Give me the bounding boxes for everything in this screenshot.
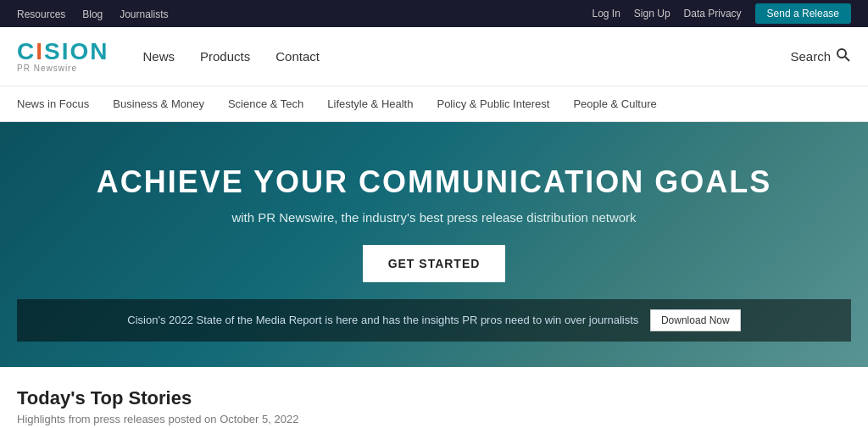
hero-bottom-text: Cision's 2022 State of the Media Report … bbox=[127, 314, 638, 326]
nav-links: News Products Contact bbox=[142, 49, 790, 64]
main-nav: CISION PR Newswire News Products Contact… bbox=[0, 27, 868, 86]
stories-subtitle: Highlights from press releases posted on… bbox=[17, 413, 851, 428]
search-label: Search bbox=[790, 49, 831, 64]
logo-subtitle: PR Newswire bbox=[17, 64, 108, 73]
hero-subtext: with PR Newswire, the industry's best pr… bbox=[17, 210, 851, 225]
login-link[interactable]: Log In bbox=[592, 8, 620, 19]
stories-title: Today's Top Stories bbox=[17, 387, 851, 409]
logo-text: CISION bbox=[17, 40, 108, 64]
search-button[interactable]: Search bbox=[790, 47, 851, 65]
get-started-button[interactable]: GET STARTED bbox=[363, 245, 506, 282]
cat-lifestyle-health[interactable]: Lifestyle & Health bbox=[327, 97, 413, 110]
top-bar-right-links: Log In Sign Up Data Privacy Send a Relea… bbox=[578, 3, 851, 24]
stories-section: Today's Top Stories Highlights from pres… bbox=[0, 367, 868, 428]
cat-people-culture[interactable]: People & Culture bbox=[573, 97, 656, 110]
journalists-link[interactable]: Journalists bbox=[120, 8, 168, 20]
hero-bottom-bar: Cision's 2022 State of the Media Report … bbox=[17, 299, 851, 342]
cat-science-tech[interactable]: Science & Tech bbox=[228, 97, 303, 110]
resources-link[interactable]: Resources bbox=[17, 8, 65, 20]
hero-section: ACHIEVE YOUR COMMUNICATION GOALS with PR… bbox=[0, 122, 868, 367]
data-privacy-link[interactable]: Data Privacy bbox=[684, 8, 742, 19]
nav-contact[interactable]: Contact bbox=[275, 49, 320, 64]
nav-products[interactable]: Products bbox=[200, 49, 250, 64]
category-nav: News in Focus Business & Money Science &… bbox=[0, 86, 868, 122]
blog-link[interactable]: Blog bbox=[82, 8, 103, 20]
svg-point-0 bbox=[837, 49, 846, 58]
hero-headline: ACHIEVE YOUR COMMUNICATION GOALS bbox=[17, 164, 851, 200]
send-release-button[interactable]: Send a Release bbox=[755, 3, 851, 24]
svg-line-1 bbox=[845, 57, 849, 61]
hero-content: ACHIEVE YOUR COMMUNICATION GOALS with PR… bbox=[17, 164, 851, 282]
cat-policy-public[interactable]: Policy & Public Interest bbox=[437, 97, 549, 110]
signup-link[interactable]: Sign Up bbox=[634, 8, 670, 19]
logo[interactable]: CISION PR Newswire bbox=[17, 40, 108, 73]
nav-news[interactable]: News bbox=[142, 49, 175, 64]
cat-news-in-focus[interactable]: News in Focus bbox=[17, 97, 89, 110]
top-bar-left-links: Resources Blog Journalists bbox=[17, 7, 182, 20]
cat-business-money[interactable]: Business & Money bbox=[113, 97, 204, 110]
top-bar: Resources Blog Journalists Log In Sign U… bbox=[0, 0, 868, 27]
search-icon bbox=[836, 47, 851, 65]
download-now-button[interactable]: Download Now bbox=[650, 309, 741, 331]
